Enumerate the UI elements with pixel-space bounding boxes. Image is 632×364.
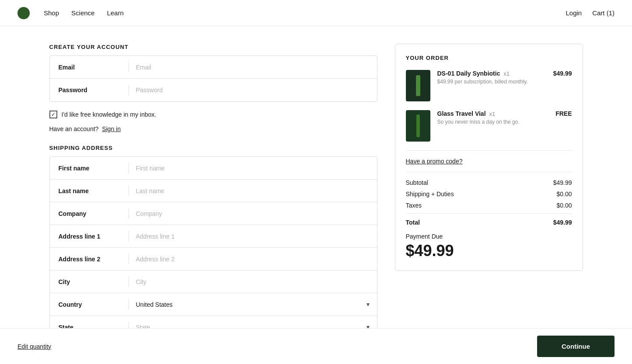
nav-shop[interactable]: Shop — [44, 9, 59, 17]
company-input[interactable] — [129, 204, 377, 223]
promo-link[interactable]: Have a promo code? — [406, 158, 572, 165]
taxes-line: Taxes $0.00 — [406, 202, 572, 209]
city-input[interactable] — [129, 272, 377, 291]
order-divider-1 — [406, 150, 572, 151]
subtotal-value: $49.99 — [553, 179, 572, 186]
country-chevron-icon: ▼ — [366, 302, 371, 308]
vial-info: Glass Travel Vial x1 FREE So you never m… — [437, 110, 572, 125]
navigation: Shop Science Learn Login Cart (1) — [0, 0, 632, 26]
address1-input[interactable] — [129, 227, 377, 246]
shipping-value: $0.00 — [556, 191, 572, 198]
synbiotic-qty: x1 — [503, 70, 510, 77]
city-label: City — [50, 272, 129, 291]
country-label: Country — [50, 295, 129, 314]
password-label: Password — [50, 80, 129, 100]
company-label: Company — [50, 204, 129, 223]
address2-label: Address line 2 — [50, 250, 129, 269]
synbiotic-name: DS-01 Daily Synbiotic — [437, 70, 500, 77]
email-row: Email — [50, 56, 377, 79]
shipping-label: Shipping + Duties — [406, 191, 454, 198]
nav-science[interactable]: Science — [71, 9, 94, 17]
vial-name: Glass Travel Vial — [437, 110, 486, 117]
first-name-label: First name — [50, 159, 129, 178]
email-label: Email — [50, 58, 129, 77]
have-account-text: Have an account? — [49, 125, 99, 132]
left-column: CREATE YOUR ACCOUNT Email Password ✓ I'd… — [49, 44, 377, 364]
right-column: YOUR ORDER DS-01 Daily Synbiotic x1 $49.… — [395, 44, 583, 364]
checkbox-checkmark: ✓ — [51, 111, 56, 118]
synbiotic-image — [406, 70, 430, 101]
signin-link[interactable]: Sign in — [102, 125, 121, 132]
vial-image — [406, 110, 430, 142]
nav-right: Login Cart (1) — [566, 9, 615, 17]
first-name-row: First name — [50, 157, 377, 180]
password-input[interactable] — [129, 80, 377, 100]
password-row: Password — [50, 79, 377, 101]
account-section-title: CREATE YOUR ACCOUNT — [49, 44, 377, 50]
main-content: CREATE YOUR ACCOUNT Email Password ✓ I'd… — [32, 26, 601, 364]
total-label: Total — [406, 219, 420, 226]
address2-input[interactable] — [129, 250, 377, 269]
email-input[interactable] — [129, 58, 377, 77]
vial-price: FREE — [555, 110, 572, 117]
edit-quantity-link[interactable]: Edit quantity — [17, 343, 51, 350]
logo[interactable] — [17, 7, 30, 19]
order-item-vial: Glass Travel Vial x1 FREE So you never m… — [406, 110, 572, 142]
bottom-bar: Edit quantity Continue — [0, 328, 632, 364]
signin-row: Have an account? Sign in — [49, 125, 377, 132]
total-line: Total $49.99 — [406, 213, 572, 226]
order-title: YOUR ORDER — [406, 55, 572, 61]
company-row: Company — [50, 202, 377, 225]
shipping-line: Shipping + Duties $0.00 — [406, 191, 572, 198]
order-card: YOUR ORDER DS-01 Daily Synbiotic x1 $49.… — [395, 44, 583, 271]
taxes-value: $0.00 — [556, 202, 572, 209]
account-form: Email Password — [49, 55, 377, 102]
city-row: City — [50, 270, 377, 293]
last-name-input[interactable] — [129, 181, 377, 201]
synbiotic-price: $49.99 — [553, 70, 572, 77]
country-select-wrapper: United States Canada United Kingdom ▼ — [129, 295, 377, 314]
address1-row: Address line 1 — [50, 225, 377, 248]
nav-login[interactable]: Login — [566, 9, 582, 17]
last-name-row: Last name — [50, 180, 377, 202]
address1-label: Address line 1 — [50, 227, 129, 246]
vial-image-inner — [416, 114, 420, 137]
nav-links: Shop Science Learn — [44, 9, 124, 17]
total-value: $49.99 — [553, 219, 572, 226]
address2-row: Address line 2 — [50, 248, 377, 270]
synbiotic-info: DS-01 Daily Synbiotic x1 $49.99 $49.99 p… — [437, 70, 572, 85]
subtotal-label: Subtotal — [406, 179, 428, 186]
vial-subtitle: So you never miss a day on the go. — [437, 119, 572, 125]
synbiotic-subtitle: $49.99 per subscription, billed monthly. — [437, 79, 572, 85]
order-divider-2 — [406, 172, 572, 172]
taxes-label: Taxes — [406, 202, 422, 209]
nav-cart[interactable]: Cart (1) — [592, 9, 615, 17]
first-name-input[interactable] — [129, 159, 377, 178]
newsletter-checkbox-row: ✓ I'd like free knowledge in my inbox. — [49, 111, 377, 118]
last-name-label: Last name — [50, 181, 129, 201]
subtotal-line: Subtotal $49.99 — [406, 179, 572, 186]
shipping-section-title: SHIPPING ADDRESS — [49, 145, 377, 151]
payment-due-label: Payment Due — [406, 233, 572, 240]
continue-button[interactable]: Continue — [537, 336, 615, 357]
newsletter-checkbox[interactable]: ✓ — [49, 111, 57, 118]
payment-due-amount: $49.99 — [406, 242, 572, 260]
nav-learn[interactable]: Learn — [107, 9, 123, 17]
synbiotic-image-inner — [416, 75, 420, 96]
order-item-synbiotic: DS-01 Daily Synbiotic x1 $49.99 $49.99 p… — [406, 70, 572, 101]
country-select[interactable]: United States Canada United Kingdom — [129, 295, 366, 314]
newsletter-label: I'd like free knowledge in my inbox. — [62, 111, 157, 118]
vial-qty: x1 — [489, 111, 495, 117]
country-row: Country United States Canada United King… — [50, 293, 377, 316]
